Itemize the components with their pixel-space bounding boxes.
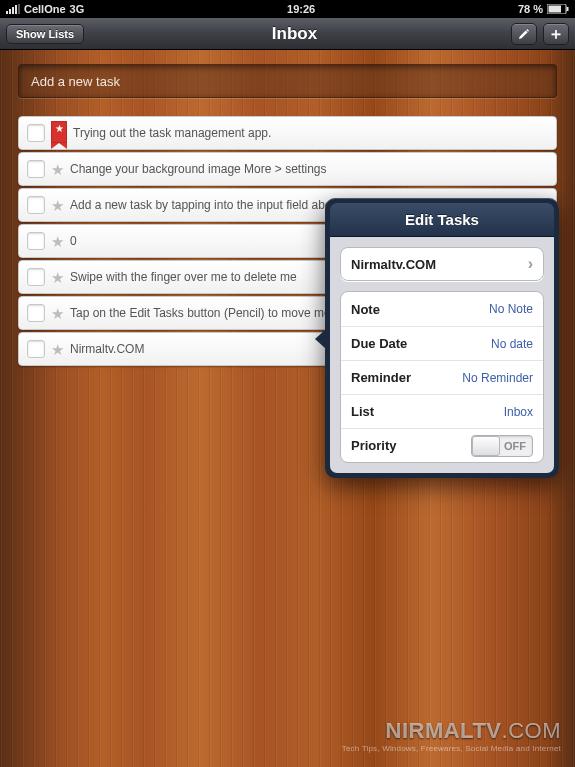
add-task-button[interactable]: ＋ bbox=[543, 23, 569, 45]
popover-note-row[interactable]: Note No Note bbox=[341, 292, 543, 326]
svg-rect-2 bbox=[12, 7, 14, 14]
field-label: List bbox=[351, 404, 374, 419]
edit-tasks-popover: Edit Tasks Nirmaltv.COM › Note No Note D… bbox=[325, 198, 559, 478]
new-task-input[interactable] bbox=[18, 64, 557, 98]
popover-body: Nirmaltv.COM › Note No Note Due Date No … bbox=[330, 237, 554, 473]
priority-toggle[interactable]: OFF bbox=[471, 435, 533, 457]
status-bar: CellOne 3G 19:26 78 % bbox=[0, 0, 575, 18]
network-label: 3G bbox=[70, 3, 85, 15]
task-title: Trying out the task management app. bbox=[73, 126, 548, 140]
plus-icon: ＋ bbox=[548, 26, 564, 42]
toggle-off-label: OFF bbox=[504, 440, 526, 452]
page-title: Inbox bbox=[84, 24, 505, 44]
svg-rect-0 bbox=[6, 11, 8, 14]
task-checkbox[interactable] bbox=[27, 340, 45, 358]
task-row[interactable]: Trying out the task management app. bbox=[18, 116, 557, 150]
task-checkbox[interactable] bbox=[27, 196, 45, 214]
battery-percent: 78 % bbox=[518, 3, 543, 15]
priority-ribbon-icon[interactable] bbox=[51, 121, 67, 143]
carrier-label: CellOne bbox=[24, 3, 66, 15]
pencil-icon bbox=[518, 28, 530, 40]
popover-list-row[interactable]: List Inbox bbox=[341, 394, 543, 428]
svg-rect-1 bbox=[9, 9, 11, 14]
field-label: Note bbox=[351, 302, 380, 317]
popover-priority-row: Priority OFF bbox=[341, 428, 543, 462]
field-value: Inbox bbox=[504, 405, 533, 419]
nav-bar: Show Lists Inbox ＋ bbox=[0, 18, 575, 50]
star-icon[interactable]: ★ bbox=[51, 270, 64, 285]
task-checkbox[interactable] bbox=[27, 160, 45, 178]
popover-reminder-row[interactable]: Reminder No Reminder bbox=[341, 360, 543, 394]
field-label: Reminder bbox=[351, 370, 411, 385]
popover-task-title-row[interactable]: Nirmaltv.COM › bbox=[340, 247, 544, 281]
toggle-knob bbox=[472, 436, 500, 456]
svg-rect-3 bbox=[15, 5, 17, 14]
svg-rect-7 bbox=[567, 7, 569, 11]
field-label: Due Date bbox=[351, 336, 407, 351]
show-lists-button[interactable]: Show Lists bbox=[6, 24, 84, 44]
task-checkbox[interactable] bbox=[27, 304, 45, 322]
watermark-brand: NIRMALTV bbox=[386, 718, 502, 743]
watermark-tagline: Tech Tips, Windows, Freewares, Social Me… bbox=[342, 744, 561, 753]
signal-icon bbox=[6, 4, 20, 14]
svg-rect-4 bbox=[18, 4, 20, 14]
popover-title: Edit Tasks bbox=[330, 203, 554, 237]
watermark-tld: .COM bbox=[502, 718, 561, 743]
star-icon[interactable]: ★ bbox=[51, 162, 64, 177]
popover-task-title: Nirmaltv.COM bbox=[351, 257, 436, 272]
task-checkbox[interactable] bbox=[27, 232, 45, 250]
field-value: No Note bbox=[489, 302, 533, 316]
chevron-right-icon: › bbox=[528, 255, 533, 273]
task-checkbox[interactable] bbox=[27, 268, 45, 286]
task-row[interactable]: ★ Change your background image More > se… bbox=[18, 152, 557, 186]
field-label: Priority bbox=[351, 438, 397, 453]
star-icon[interactable]: ★ bbox=[51, 342, 64, 357]
field-value: No Reminder bbox=[462, 371, 533, 385]
task-title: Change your background image More > sett… bbox=[70, 162, 548, 176]
popover-field-list: Note No Note Due Date No date Reminder N… bbox=[340, 291, 544, 463]
clock: 19:26 bbox=[84, 3, 518, 15]
star-icon[interactable]: ★ bbox=[51, 306, 64, 321]
battery-icon bbox=[547, 4, 569, 14]
task-checkbox[interactable] bbox=[27, 124, 45, 142]
popover-arrow-icon bbox=[315, 330, 325, 348]
popover-due-row[interactable]: Due Date No date bbox=[341, 326, 543, 360]
svg-rect-6 bbox=[549, 6, 562, 13]
field-value: No date bbox=[491, 337, 533, 351]
watermark: NIRMALTV.COM Tech Tips, Windows, Freewar… bbox=[342, 718, 561, 753]
star-icon[interactable]: ★ bbox=[51, 198, 64, 213]
star-icon[interactable]: ★ bbox=[51, 234, 64, 249]
edit-tasks-button[interactable] bbox=[511, 23, 537, 45]
